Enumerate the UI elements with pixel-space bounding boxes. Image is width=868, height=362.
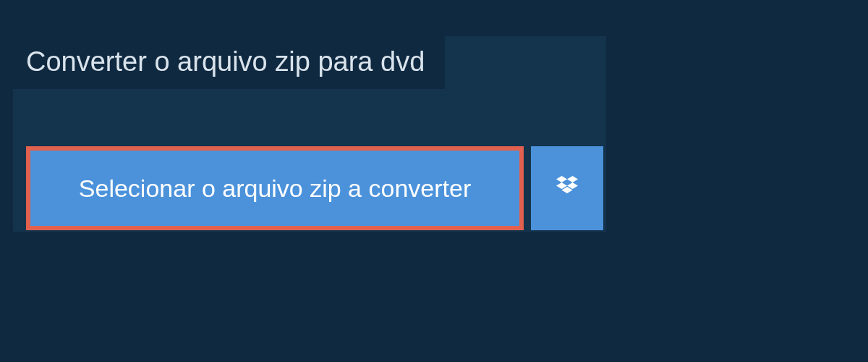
dropbox-button[interactable]	[531, 146, 603, 230]
select-file-button[interactable]: Selecionar o arquivo zip a converter	[26, 146, 524, 230]
page-title: Converter o arquivo zip para dvd	[13, 36, 445, 89]
select-file-label: Selecionar o arquivo zip a converter	[79, 174, 471, 203]
dropbox-icon	[554, 174, 580, 203]
button-row: Selecionar o arquivo zip a converter	[26, 146, 603, 230]
converter-panel: Converter o arquivo zip para dvd Selecio…	[13, 36, 606, 232]
